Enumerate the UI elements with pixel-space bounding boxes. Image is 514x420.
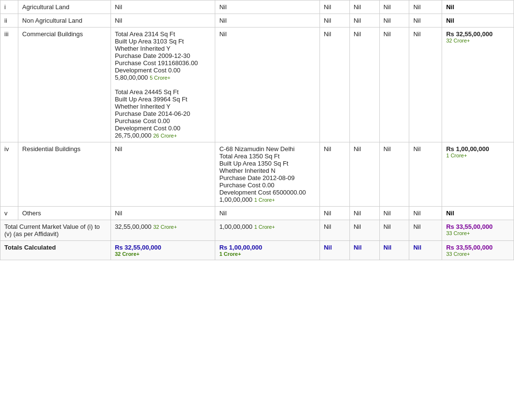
- row-agricultural-land: i Agricultural Land Nil Nil Nil Nil Nil …: [0, 0, 514, 14]
- spouse-others: Nil: [215, 207, 320, 220]
- amount-2: 26,75,00,000 26 Crore+: [115, 132, 211, 139]
- total-market-dep1: Nil: [320, 220, 349, 241]
- dep2-others: Nil: [349, 207, 379, 220]
- dev-cost-1: Development Cost 0.00: [115, 67, 211, 74]
- purchase-date-1: Purchase Date 2009-12-30: [115, 52, 211, 59]
- total-market-dep2: Nil: [349, 220, 379, 241]
- dep2-non-agricultural: Nil: [349, 14, 379, 28]
- self-others: Nil: [111, 207, 215, 220]
- totals-calc-total: Rs 33,55,00,000 33 Crore+: [442, 241, 514, 260]
- dep4-agricultural: Nil: [409, 0, 442, 14]
- spouse-purchase-date: Purchase Date 2012-08-09: [219, 174, 316, 182]
- total-market-dep4: Nil: [409, 220, 442, 241]
- spouse-agricultural: Nil: [215, 0, 320, 14]
- total-market-self: 32,55,00,000 32 Crore+: [111, 220, 215, 241]
- totals-calc-dep4: Nil: [409, 241, 442, 260]
- spouse-built-up: Built Up Area 1350 Sq Ft: [219, 160, 316, 167]
- dev-cost-2: Development Cost 0.00: [115, 125, 211, 132]
- built-up-2: Built Up Area 39964 Sq Ft: [115, 96, 211, 103]
- total-agricultural: Nil: [442, 0, 514, 14]
- dep3-agricultural: Nil: [379, 0, 409, 14]
- inherited-1: Whether Inherited Y: [115, 45, 211, 52]
- idx-iv: iv: [0, 142, 18, 207]
- built-up-1: Built Up Area 3103 Sq Ft: [115, 38, 211, 45]
- spouse-commercial: Nil: [215, 28, 320, 142]
- dep3-others: Nil: [379, 207, 409, 220]
- totals-calc-dep1: Nil: [320, 241, 349, 260]
- dep2-agricultural: Nil: [349, 0, 379, 14]
- type-residential: Residential Buildings: [18, 142, 111, 207]
- type-agricultural: Agricultural Land: [18, 0, 111, 14]
- spouse-dev-cost: Development Cost 6500000.00: [219, 189, 316, 196]
- self-agricultural: Nil: [111, 0, 215, 14]
- dep3-residential: Nil: [379, 142, 409, 207]
- row-total-market-value: Total Current Market Value of (i) to (v)…: [0, 220, 514, 241]
- spouse-inherited: Whether Inherited N: [219, 167, 316, 174]
- dep2-residential: Nil: [349, 142, 379, 207]
- dep1-agricultural: Nil: [320, 0, 349, 14]
- dep1-non-agricultural: Nil: [320, 14, 349, 28]
- spouse-total-area: Total Area 1350 Sq Ft: [219, 153, 316, 160]
- amount-1: 5,80,00,000 5 Crore+: [115, 74, 211, 81]
- total-market-dep3: Nil: [379, 220, 409, 241]
- purchase-cost-1: Purchase Cost 191168036.00: [115, 59, 211, 67]
- idx-i: i: [0, 0, 18, 14]
- self-residential: Nil: [111, 142, 215, 207]
- total-area-1: Total Area 2314 Sq Ft: [115, 30, 211, 38]
- total-market-spouse: 1,00,00,000 1 Crore+: [215, 220, 320, 241]
- totals-calc-dep2: Nil: [349, 241, 379, 260]
- dep4-residential: Nil: [409, 142, 442, 207]
- commercial-self-detail-1: Total Area 2314 Sq Ft Built Up Area 3103…: [115, 30, 211, 81]
- dep3-non-agricultural: Nil: [379, 14, 409, 28]
- total-area-2: Total Area 24445 Sq Ft: [115, 88, 211, 96]
- dep1-commercial: Nil: [320, 28, 349, 142]
- spouse-amount: 1,00,00,000 1 Crore+: [219, 196, 316, 203]
- spouse-address: C-68 Nizamudin New Delhi: [219, 145, 316, 153]
- dep4-non-agricultural: Nil: [409, 14, 442, 28]
- total-commercial: Rs 32,55,00,000 32 Crore+: [442, 28, 514, 142]
- dep1-residential: Nil: [320, 142, 349, 207]
- idx-v: v: [0, 207, 18, 220]
- dep1-others: Nil: [320, 207, 349, 220]
- dep2-commercial: Nil: [349, 28, 379, 142]
- totals-calc-self: Rs 32,55,00,000 32 Crore+: [111, 241, 215, 260]
- type-commercial: Commercial Buildings: [18, 28, 111, 142]
- totals-calc-dep3: Nil: [379, 241, 409, 260]
- row-totals-calculated: Totals Calculated Rs 32,55,00,000 32 Cro…: [0, 241, 514, 260]
- inherited-2: Whether Inherited Y: [115, 103, 211, 110]
- type-non-agricultural: Non Agricultural Land: [18, 14, 111, 28]
- self-commercial: Total Area 2314 Sq Ft Built Up Area 3103…: [111, 28, 215, 142]
- immovable-assets-table: i Agricultural Land Nil Nil Nil Nil Nil …: [0, 0, 514, 260]
- total-market-total: Rs 33,55,00,000 33 Crore+: [442, 220, 514, 241]
- dep3-commercial: Nil: [379, 28, 409, 142]
- total-non-agricultural: Nil: [442, 14, 514, 28]
- spouse-residential: C-68 Nizamudin New Delhi Total Area 1350…: [215, 142, 320, 207]
- dep4-others: Nil: [409, 207, 442, 220]
- purchase-date-2: Purchase Date 2014-06-20: [115, 110, 211, 117]
- spouse-purchase-cost: Purchase Cost 0.00: [219, 182, 316, 189]
- totals-calc-label: Totals Calculated: [0, 241, 111, 260]
- totals-calc-spouse: Rs 1,00,00,000 1 Crore+: [215, 241, 320, 260]
- type-others: Others: [18, 207, 111, 220]
- total-market-label: Total Current Market Value of (i) to (v)…: [0, 220, 111, 241]
- purchase-cost-2: Purchase Cost 0.00: [115, 117, 211, 125]
- row-others: v Others Nil Nil Nil Nil Nil Nil Nil: [0, 207, 514, 220]
- spouse-non-agricultural: Nil: [215, 14, 320, 28]
- dep4-commercial: Nil: [409, 28, 442, 142]
- self-non-agricultural: Nil: [111, 14, 215, 28]
- total-residential: Rs 1,00,00,000 1 Crore+: [442, 142, 514, 207]
- idx-ii: ii: [0, 14, 18, 28]
- commercial-self-detail-2: Total Area 24445 Sq Ft Built Up Area 399…: [115, 88, 211, 139]
- row-residential-buildings: iv Residential Buildings Nil C-68 Nizamu…: [0, 142, 514, 207]
- row-non-agricultural-land: ii Non Agricultural Land Nil Nil Nil Nil…: [0, 14, 514, 28]
- row-commercial-buildings: iii Commercial Buildings Total Area 2314…: [0, 28, 514, 142]
- idx-iii: iii: [0, 28, 18, 142]
- total-others: Nil: [442, 207, 514, 220]
